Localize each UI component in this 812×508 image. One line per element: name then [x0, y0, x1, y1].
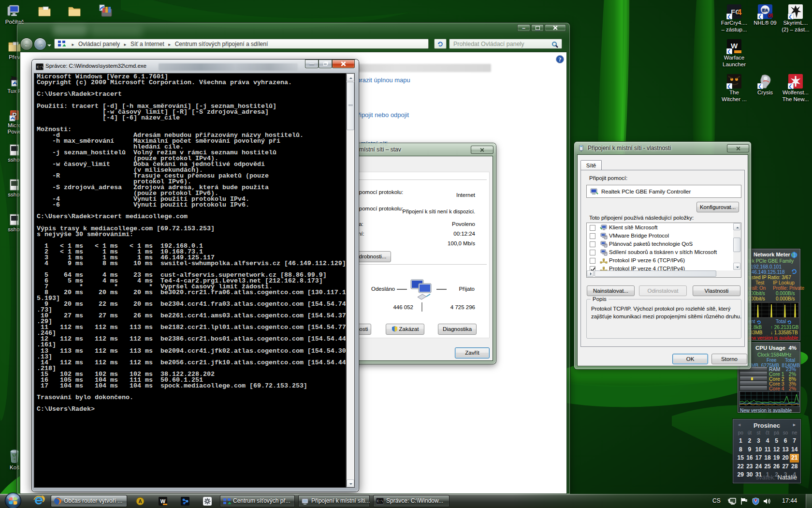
svg-text:4: 4	[737, 8, 742, 17]
svg-text:A: A	[138, 499, 142, 504]
svg-text:W: W	[160, 498, 166, 504]
svg-text:09: 09	[768, 13, 773, 18]
svg-text:EA: EA	[762, 8, 768, 13]
svg-text:?: ?	[559, 56, 562, 63]
svg-text:C:\: C:\	[37, 65, 44, 69]
svg-text:C:\: C:\	[377, 499, 383, 503]
